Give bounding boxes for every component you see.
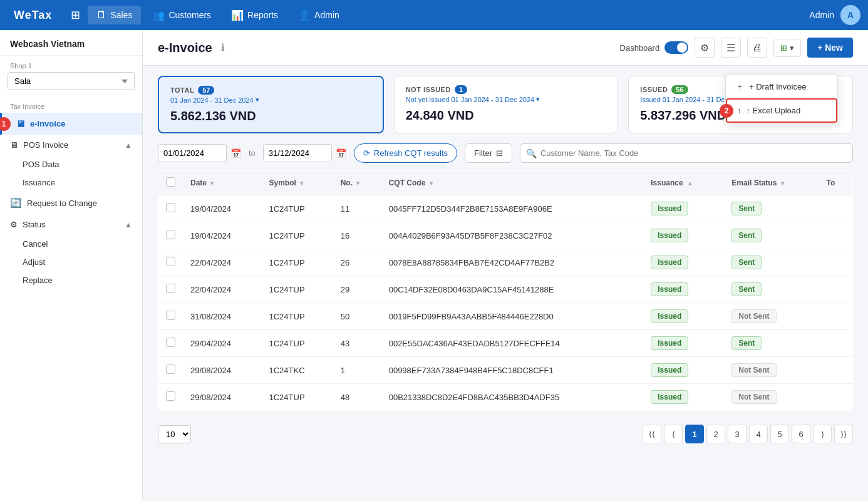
row-checkbox-6[interactable]	[166, 364, 175, 374]
row-email-1: Sent	[724, 222, 819, 249]
page-btn-2[interactable]: 2	[706, 425, 725, 443]
sidebar-shop-select[interactable]: Sala	[8, 72, 135, 90]
search-wrap: 🔍	[520, 143, 853, 163]
new-button-wrap: + New ＋ + Draft Invoicee 2 ↑ ↑ Excel Upl…	[807, 38, 853, 58]
sidebar-item-status[interactable]: ⚙ Status ▲	[0, 214, 142, 235]
avatar[interactable]: A	[840, 5, 860, 25]
row-date-7: 29/08/2024	[183, 384, 261, 411]
row-issuance-5: Issued	[643, 330, 724, 357]
row-symbol-4: 1C24TUP	[261, 303, 333, 330]
row-checkbox-1[interactable]	[166, 230, 175, 239]
page-first-button[interactable]: ⟨⟨	[643, 425, 661, 443]
th-checkbox	[158, 171, 183, 195]
row-cqt-1: 004A4029B6F93A45D7B5F8F238C3C27F02	[381, 222, 644, 249]
sidebar-item-pos-data[interactable]: POS Data	[18, 155, 142, 173]
sidebar-item-e-invoice[interactable]: 1 🖥 e-Invoice	[0, 113, 142, 135]
th-date[interactable]: Date ▾	[183, 171, 261, 195]
stat-card-not-issued[interactable]: NOT ISSUED 1 Not yet issued 01 Jan 2024 …	[394, 76, 619, 133]
stat-total-date[interactable]: 01 Jan 2024 - 31 Dec 2024 ▾	[170, 96, 371, 104]
date-to-input[interactable]	[263, 144, 332, 162]
sidebar-item-pos-invoice[interactable]: 🖥 POS Invoice ▲	[0, 135, 142, 155]
sidebar-label-pos-data: POS Data	[23, 160, 59, 169]
th-symbol[interactable]: Symbol ▾	[261, 171, 333, 195]
filter-button[interactable]: Filter ⊟	[465, 143, 512, 163]
page-next-button[interactable]: ⟩	[813, 425, 832, 443]
th-issuance[interactable]: Issuance ▲	[643, 171, 724, 195]
nav-item-reports[interactable]: 📊 Reports	[222, 6, 287, 25]
th-email-status[interactable]: Email Status ▾	[724, 171, 819, 195]
stat-card-total[interactable]: TOTAL 57 01 Jan 2024 - 31 Dec 2024 ▾ 5.8…	[158, 76, 384, 133]
stat-total-chevron: ▾	[256, 96, 259, 104]
nav-item-customers[interactable]: 👥 Customers	[143, 6, 220, 25]
user-name: Admin	[809, 10, 834, 20]
row-email-6: Not Sent	[724, 357, 819, 384]
filter-label: Filter	[474, 148, 492, 158]
th-cqt-code[interactable]: CQT Code ▾	[381, 171, 644, 195]
draft-invoice-label: + Draft Invoicee	[749, 82, 806, 91]
excel-button[interactable]: ⊞ ▾	[773, 39, 801, 57]
row-date-6: 29/08/2024	[183, 357, 261, 384]
excel-upload-menu-item[interactable]: 2 ↑ ↑ Excel Upload	[726, 98, 837, 123]
sidebar-item-cancel[interactable]: Cancel	[18, 235, 142, 253]
page-last-button[interactable]: ⟩⟩	[834, 425, 853, 443]
select-all-checkbox[interactable]	[166, 177, 175, 187]
nav-label-customers: Customers	[168, 10, 211, 20]
new-button[interactable]: + New	[807, 38, 853, 58]
page-size-select[interactable]: 10 20 50	[158, 425, 191, 443]
print-button[interactable]: 🖨	[747, 38, 767, 58]
page-btn-1[interactable]: 1	[685, 425, 704, 443]
refresh-cqt-button[interactable]: ⟳ Refresh CQT results	[354, 143, 457, 163]
date-from-input[interactable]	[158, 144, 227, 162]
row-date-3: 22/04/2024	[183, 276, 261, 303]
row-checkbox-4[interactable]	[166, 311, 175, 320]
date-from-wrap: 📅	[158, 144, 241, 162]
sidebar-sub-status: Cancel Adjust Replace	[0, 235, 142, 289]
sidebar-item-request-to-change[interactable]: 🔄 Request to Change	[0, 192, 142, 214]
draft-invoice-menu-item[interactable]: ＋ + Draft Invoicee	[726, 75, 837, 98]
row-checkbox-cell-5	[158, 330, 183, 357]
calendar-to-icon[interactable]: 📅	[336, 148, 346, 158]
list-view-button[interactable]: ☰	[721, 38, 741, 58]
layout: Webcash Vietnam Shop 1 Sala Tax Invoice …	[0, 30, 868, 501]
page-btn-3[interactable]: 3	[728, 425, 747, 443]
sort-email-icon: ▾	[781, 180, 784, 187]
dashboard-toggle-switch[interactable]	[664, 41, 688, 54]
sidebar-item-issuance[interactable]: Issuance	[18, 173, 142, 192]
top-nav: WeTax ⊞ 🗒 Sales 👥 Customers 📊 Reports 👤 …	[0, 0, 868, 30]
table-row: 22/04/2024 1C24TUP 26 0078E8A88785834FBA…	[158, 249, 853, 276]
row-checkbox-2[interactable]	[166, 257, 175, 266]
row-cqt-0: 0045FF712D5D344F2B8E7153A8E9FA906E	[381, 195, 644, 222]
sidebar-toggle-button[interactable]: ⊞	[66, 6, 85, 24]
row-no-6: 1	[333, 357, 381, 384]
search-input[interactable]	[520, 143, 853, 163]
excel-upload-icon: ↑	[737, 106, 741, 115]
calendar-from-icon[interactable]: 📅	[230, 148, 241, 158]
settings-button[interactable]: ⚙	[695, 38, 715, 58]
page-btn-5[interactable]: 5	[770, 425, 789, 443]
row-checkbox-0[interactable]	[166, 203, 175, 212]
refresh-icon: ⟳	[363, 148, 370, 158]
stat-notissued-date[interactable]: Not yet issued 01 Jan 2024 - 31 Dec 2024…	[406, 95, 607, 103]
row-no-2: 26	[333, 249, 381, 276]
page-btn-4[interactable]: 4	[749, 425, 768, 443]
page-header: e-Invoice ℹ Dashboard ⚙ ☰ 🖨 ⊞ ▾ + New	[143, 30, 868, 66]
excel-icon: ⊞	[780, 43, 787, 53]
page-prev-button[interactable]: ⟨	[664, 425, 683, 443]
stat-notissued-count: 1	[455, 85, 467, 94]
row-checkbox-3[interactable]	[166, 284, 175, 293]
th-no[interactable]: No. ▾	[333, 171, 381, 195]
request-to-change-icon: 🔄	[10, 197, 22, 209]
row-cqt-5: 002E55DAC436AF43EDADB5127DFECFFE14	[381, 330, 644, 357]
row-to-2	[819, 249, 853, 276]
top-nav-right: Admin A	[809, 5, 860, 25]
sidebar-label-e-invoice: e-Invoice	[30, 119, 65, 128]
row-checkbox-7[interactable]	[166, 391, 175, 401]
row-cqt-2: 0078E8A88785834FBAB7E42CD4AF77B2B2	[381, 249, 644, 276]
sales-icon: 🗒	[96, 9, 106, 21]
sidebar-item-replace[interactable]: Replace	[18, 271, 142, 289]
sidebar-item-adjust[interactable]: Adjust	[18, 253, 142, 271]
row-checkbox-5[interactable]	[166, 338, 175, 347]
nav-item-sales[interactable]: 🗒 Sales	[88, 6, 141, 24]
page-btn-6[interactable]: 6	[792, 425, 810, 443]
nav-item-admin[interactable]: 👤 Admin	[289, 6, 348, 25]
